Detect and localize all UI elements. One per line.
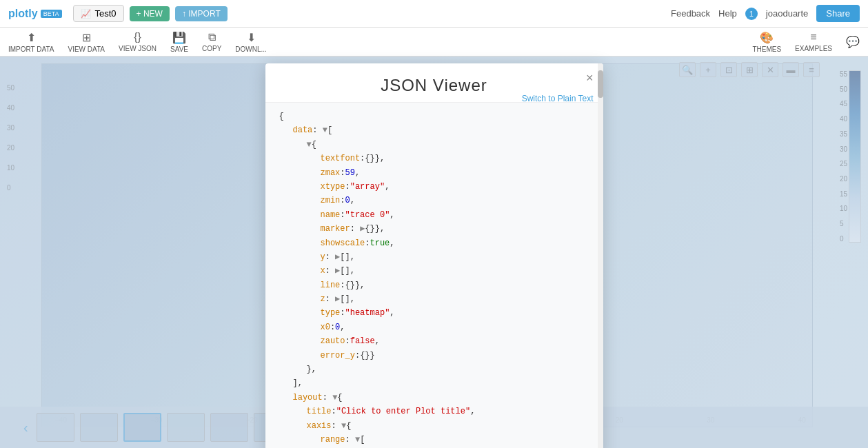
new-button[interactable]: + NEW xyxy=(130,6,170,21)
notification-badge[interactable]: 1 xyxy=(745,8,758,20)
comment-icon: 💬 xyxy=(846,35,860,48)
download-icon: ⬇ xyxy=(247,31,256,44)
themes-btn[interactable]: 🎨 THEMES xyxy=(752,31,781,53)
import-data-btn[interactable]: ⬆ IMPORT DATA xyxy=(8,31,54,53)
modal-scrollbar-track[interactable] xyxy=(598,63,603,448)
save-btn[interactable]: 💾 SAVE xyxy=(170,31,188,53)
feedback-link[interactable]: Feedback xyxy=(671,8,710,19)
help-link[interactable]: Help xyxy=(718,8,737,19)
switch-plain-text-button[interactable]: Switch to Plain Text xyxy=(522,94,594,103)
import-data-icon: ⬆ xyxy=(27,31,36,44)
examples-icon: ≡ xyxy=(810,31,816,43)
modal-title: JSON Viewer xyxy=(381,76,487,95)
beta-badge: BETA xyxy=(41,10,62,18)
share-button[interactable]: Share xyxy=(816,5,860,22)
view-json-icon: {} xyxy=(134,31,141,43)
main-area: 50403020100 −40−30−20−10010203040 555045… xyxy=(0,57,868,448)
view-json-btn[interactable]: {} VIEW JSON xyxy=(119,31,157,52)
modal-close-button[interactable]: × xyxy=(586,72,594,84)
user-name[interactable]: joaoduarte xyxy=(766,8,808,19)
tab-label: Test0 xyxy=(95,8,117,19)
top-bar: plotly BETA 📈 Test0 + NEW ↑ IMPORT Feedb… xyxy=(0,0,868,28)
tab-area: 📈 Test0 + NEW ↑ IMPORT xyxy=(73,5,671,22)
view-data-btn[interactable]: ⊞ VIEW DATA xyxy=(68,31,105,53)
toolbar: ⬆ IMPORT DATA ⊞ VIEW DATA {} VIEW JSON 💾… xyxy=(0,28,868,57)
themes-icon: 🎨 xyxy=(760,31,774,44)
modal-header: JSON Viewer × Switch to Plain Text xyxy=(265,63,603,102)
logo: plotly BETA xyxy=(8,8,62,20)
json-viewer-modal: JSON Viewer × Switch to Plain Text { dat… xyxy=(265,63,603,448)
json-content[interactable]: { data: ▼[ ▼{ textfont:{}}, zmax:59, xty… xyxy=(265,102,603,448)
app-name: plotly xyxy=(8,8,38,20)
copy-btn[interactable]: ⧉ COPY xyxy=(202,31,221,52)
copy-icon: ⧉ xyxy=(208,31,216,43)
top-right-nav: Feedback Help 1 joaoduarte Share xyxy=(671,5,860,22)
modal-overlay: JSON Viewer × Switch to Plain Text { dat… xyxy=(0,57,868,448)
view-data-icon: ⊞ xyxy=(82,31,91,44)
examples-btn[interactable]: ≡ EXAMPLES xyxy=(795,31,832,52)
download-btn[interactable]: ⬇ DOWNL... xyxy=(235,31,267,53)
modal-scrollbar-thumb[interactable] xyxy=(598,70,603,98)
comment-btn[interactable]: 💬 xyxy=(846,35,860,48)
save-icon: 💾 xyxy=(172,31,186,44)
current-tab[interactable]: 📈 Test0 xyxy=(73,5,124,22)
import-button[interactable]: ↑ IMPORT xyxy=(175,6,228,21)
